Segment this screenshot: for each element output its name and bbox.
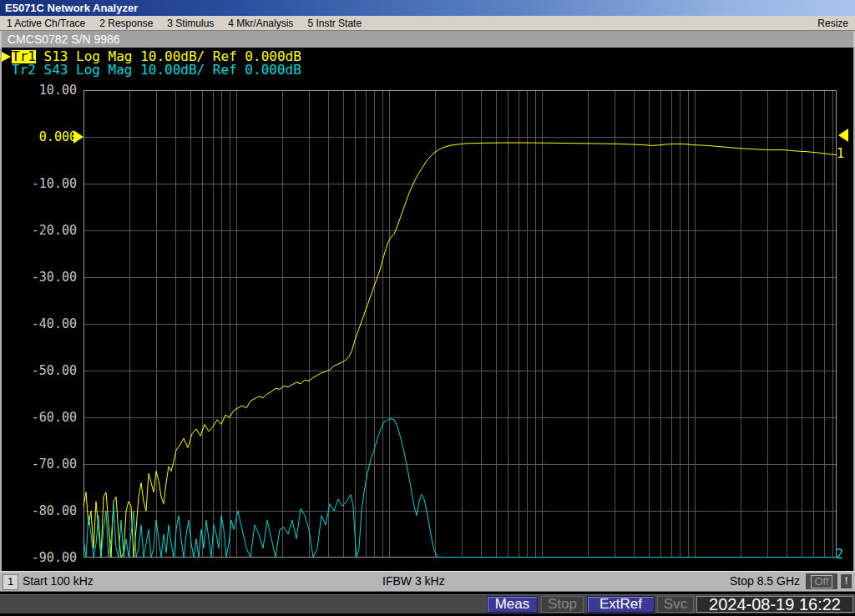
trace2-desc: S43 Log Mag 10.00dB/ Ref 0.000dB <box>36 63 301 77</box>
graph-plot[interactable] <box>83 90 837 558</box>
channel-number-badge: 1 <box>3 574 18 590</box>
trace2-end-label: 2 <box>836 548 843 561</box>
y-axis-label: 10.00 <box>2 83 77 98</box>
channel-title-bar: CMCS0782 S/N 9986 <box>0 31 855 48</box>
ref-level-marker-left-icon <box>73 130 83 144</box>
y-axis-label: -40.00 <box>2 316 77 331</box>
instrument-status-band: Meas Stop ExtRef Svc 2024-08-19 16:22 <box>0 592 855 616</box>
stop-frequency-label: Stop 8.5 GHz <box>730 574 800 588</box>
ifbw-label: IFBW 3 kHz <box>382 574 445 588</box>
y-axis-label: -60.00 <box>2 410 77 425</box>
menu-bar: 1 Active Ch/Trace 2 Response 3 Stimulus … <box>0 16 855 31</box>
ref-level-marker-right-icon <box>838 129 848 142</box>
channel-title: CMCS0782 S/N 9986 <box>2 33 120 46</box>
menu-item-instr-state[interactable]: 5 Instr State <box>307 18 362 29</box>
trace2-id: Tr2 <box>12 63 36 77</box>
menu-item-response[interactable]: 2 Response <box>99 18 153 29</box>
trace-legend: Tr1 S13 Log Mag 10.00dB/ Ref 0.000dB Tr2… <box>2 50 301 77</box>
menu-item-mkr-analysis[interactable]: 4 Mkr/Analysis <box>228 18 293 29</box>
trace2-legend-row[interactable]: Tr2 S43 Log Mag 10.00dB/ Ref 0.000dB <box>2 63 301 77</box>
window-title: E5071C Network Analyzer <box>0 2 138 14</box>
datetime-display: 2024-08-19 16:22 <box>696 596 853 613</box>
y-axis-label: -90.00 <box>2 550 77 565</box>
status-extref-indicator: ExtRef <box>587 596 655 613</box>
instrument-status-bar: Meas Stop ExtRef Svc 2024-08-19 16:22 <box>0 594 855 613</box>
title-bar: E5071C Network Analyzer <box>0 0 855 16</box>
start-frequency-label: Start 100 kHz <box>23 574 94 588</box>
legend-indent <box>2 70 12 71</box>
stimulus-status-bar: 1 Start 100 kHz IFBW 3 kHz Stop 8.5 GHz … <box>0 571 855 592</box>
menu-item-stimulus[interactable]: 3 Stimulus <box>167 18 214 29</box>
warning-indicator: ! <box>840 573 852 589</box>
status-meas-indicator: Meas <box>487 596 538 613</box>
y-axis-label: -10.00 <box>2 176 77 191</box>
graph-area: Tr1 S13 Log Mag 10.00dB/ Ref 0.000dB Tr2… <box>0 48 855 571</box>
y-axis-label: -70.00 <box>2 457 77 472</box>
resize-button[interactable]: Resize <box>817 18 848 29</box>
y-axis-label: -50.00 <box>2 363 77 378</box>
y-axis-label: -20.00 <box>2 223 77 238</box>
y-axis-label: -80.00 <box>2 503 77 518</box>
status-svc-indicator: Svc <box>657 596 694 613</box>
y-axis-label: -30.00 <box>2 270 77 285</box>
menu-item-active-ch-trace[interactable]: 1 Active Ch/Trace <box>7 18 85 29</box>
y-axis-ref-label: 0.000 <box>2 129 77 144</box>
e5071c-screen: E5071C Network Analyzer 1 Active Ch/Trac… <box>0 0 855 616</box>
off-button[interactable]: Off <box>811 575 832 588</box>
off-indicator-wrap: Off <box>806 573 837 589</box>
plot-svg[interactable] <box>83 90 837 558</box>
status-stop-indicator: Stop <box>541 596 584 613</box>
active-trace-arrow-icon <box>2 52 11 62</box>
trace1-end-label: 1 <box>837 148 844 160</box>
